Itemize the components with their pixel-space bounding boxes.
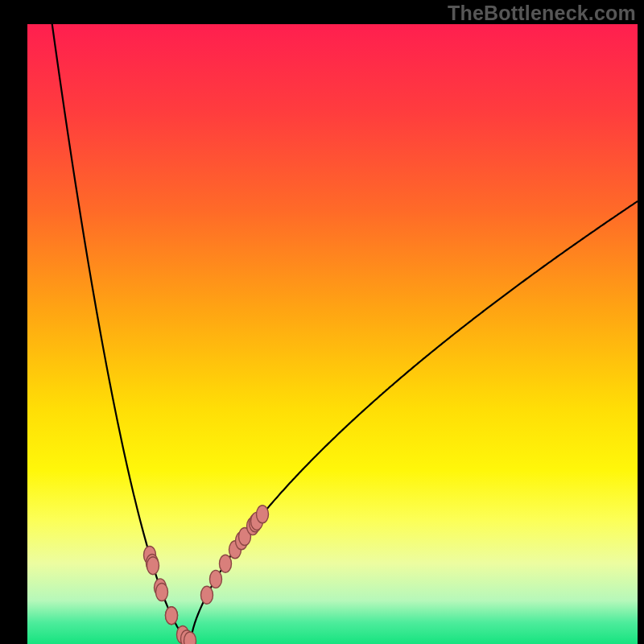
- curve-overlay: [27, 24, 638, 644]
- chart-stage: TheBottleneck.com: [0, 0, 644, 644]
- data-point-marker: [156, 584, 168, 601]
- data-point-marker: [210, 570, 222, 588]
- data-point-marker: [201, 586, 213, 604]
- bottleneck-curve: [27, 24, 638, 641]
- data-point-marker: [220, 555, 232, 572]
- data-point-marker: [184, 632, 196, 644]
- plot-area: [27, 24, 638, 644]
- data-point-marker: [257, 506, 269, 523]
- data-point-marker: [147, 557, 159, 575]
- data-point-marker: [166, 607, 178, 625]
- watermark-text: TheBottleneck.com: [448, 2, 636, 25]
